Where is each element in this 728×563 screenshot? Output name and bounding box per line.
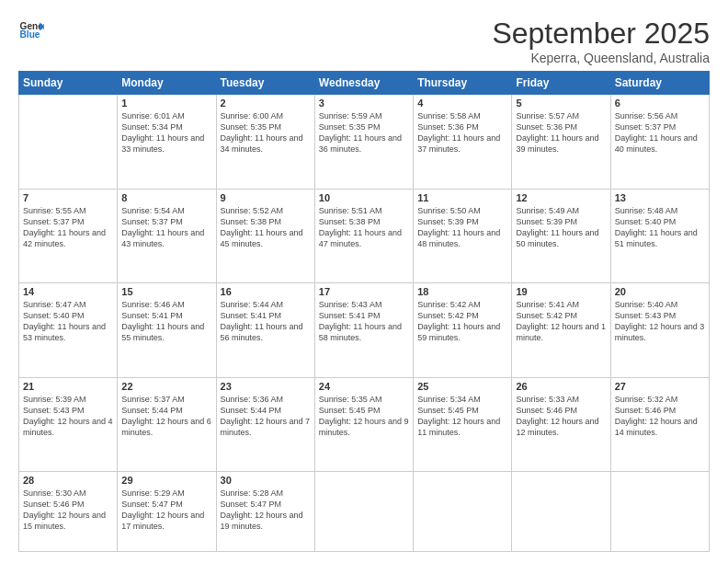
cell-info: Sunrise: 5:46 AMSunset: 5:41 PMDaylight:… [121,299,211,344]
cell-info: Sunrise: 5:47 AMSunset: 5:40 PMDaylight:… [23,299,113,344]
calendar-cell: 2Sunrise: 6:00 AMSunset: 5:35 PMDaylight… [216,95,314,190]
week-row-3: 14Sunrise: 5:47 AMSunset: 5:40 PMDayligh… [19,283,710,378]
day-number: 24 [319,381,409,392]
calendar-cell: 15Sunrise: 5:46 AMSunset: 5:41 PMDayligh… [118,283,216,378]
calendar-cell [610,472,709,552]
cell-info: Sunrise: 5:34 AMSunset: 5:45 PMDaylight:… [417,394,507,439]
day-number: 12 [516,192,606,203]
calendar-cell: 30Sunrise: 5:28 AMSunset: 5:47 PMDayligh… [216,472,314,552]
cell-info: Sunrise: 5:52 AMSunset: 5:38 PMDaylight:… [221,205,311,250]
day-number: 23 [221,381,311,392]
calendar-cell: 27Sunrise: 5:32 AMSunset: 5:46 PMDayligh… [610,377,709,472]
cell-info: Sunrise: 5:49 AMSunset: 5:39 PMDaylight:… [516,205,606,250]
weekday-header-tuesday: Tuesday [216,72,314,95]
weekday-header-saturday: Saturday [610,72,709,95]
day-number: 27 [615,381,705,392]
calendar-cell: 4Sunrise: 5:58 AMSunset: 5:36 PMDaylight… [414,95,512,190]
calendar-cell: 9Sunrise: 5:52 AMSunset: 5:38 PMDaylight… [216,189,314,283]
calendar-cell: 3Sunrise: 5:59 AMSunset: 5:35 PMDaylight… [314,95,413,190]
day-number: 7 [23,192,113,203]
calendar-cell: 13Sunrise: 5:48 AMSunset: 5:40 PMDayligh… [610,189,709,283]
cell-info: Sunrise: 5:43 AMSunset: 5:41 PMDaylight:… [319,299,409,344]
day-number: 3 [319,98,409,109]
cell-info: Sunrise: 5:50 AMSunset: 5:39 PMDaylight:… [417,205,507,250]
cell-info: Sunrise: 5:29 AMSunset: 5:47 PMDaylight:… [121,488,211,533]
cell-info: Sunrise: 5:55 AMSunset: 5:37 PMDaylight:… [23,205,113,250]
calendar-cell: 16Sunrise: 5:44 AMSunset: 5:41 PMDayligh… [216,283,314,378]
calendar-cell: 14Sunrise: 5:47 AMSunset: 5:40 PMDayligh… [19,283,118,378]
day-number: 20 [615,286,705,297]
day-number: 5 [516,98,606,109]
calendar-cell: 6Sunrise: 5:56 AMSunset: 5:37 PMDaylight… [610,95,709,190]
header: General Blue September 2025 Keperra, Que… [18,17,710,65]
day-number: 26 [516,381,606,392]
day-number: 18 [417,286,507,297]
cell-info: Sunrise: 5:58 AMSunset: 5:36 PMDaylight:… [417,110,507,155]
day-number: 16 [221,286,311,297]
calendar-cell: 12Sunrise: 5:49 AMSunset: 5:39 PMDayligh… [512,189,610,283]
day-number: 22 [121,381,211,392]
day-number: 17 [319,286,409,297]
calendar-cell: 18Sunrise: 5:42 AMSunset: 5:42 PMDayligh… [414,283,512,378]
cell-info: Sunrise: 5:57 AMSunset: 5:36 PMDaylight:… [516,110,606,155]
day-number: 29 [121,475,211,486]
day-number: 25 [417,381,507,392]
month-title: September 2025 [492,17,710,51]
calendar-cell: 5Sunrise: 5:57 AMSunset: 5:36 PMDaylight… [512,95,610,190]
day-number: 28 [23,475,113,486]
weekday-header-sunday: Sunday [19,72,118,95]
calendar-cell [314,472,413,552]
day-number: 6 [615,98,705,109]
calendar-cell: 7Sunrise: 5:55 AMSunset: 5:37 PMDaylight… [19,189,118,283]
logo-icon: General Blue [18,17,44,42]
calendar-cell: 23Sunrise: 5:36 AMSunset: 5:44 PMDayligh… [216,377,314,472]
day-number: 9 [221,192,311,203]
weekday-header-thursday: Thursday [414,72,512,95]
weekday-header-monday: Monday [118,72,216,95]
logo: General Blue [18,17,44,42]
day-number: 14 [23,286,113,297]
day-number: 10 [319,192,409,203]
calendar-cell: 1Sunrise: 6:01 AMSunset: 5:34 PMDaylight… [118,95,216,190]
week-row-5: 28Sunrise: 5:30 AMSunset: 5:46 PMDayligh… [19,472,710,552]
calendar-cell: 17Sunrise: 5:43 AMSunset: 5:41 PMDayligh… [314,283,413,378]
calendar-cell: 25Sunrise: 5:34 AMSunset: 5:45 PMDayligh… [414,377,512,472]
day-number: 19 [516,286,606,297]
cell-info: Sunrise: 6:00 AMSunset: 5:35 PMDaylight:… [221,110,311,155]
day-number: 21 [23,381,113,392]
calendar-cell [414,472,512,552]
header-row: SundayMondayTuesdayWednesdayThursdayFrid… [19,72,710,95]
calendar-cell [19,95,118,190]
calendar-cell: 26Sunrise: 5:33 AMSunset: 5:46 PMDayligh… [512,377,610,472]
week-row-2: 7Sunrise: 5:55 AMSunset: 5:37 PMDaylight… [19,189,710,283]
cell-info: Sunrise: 5:33 AMSunset: 5:46 PMDaylight:… [516,394,606,439]
location: Keperra, Queensland, Australia [492,51,710,65]
cell-info: Sunrise: 5:30 AMSunset: 5:46 PMDaylight:… [23,488,113,533]
calendar-cell: 29Sunrise: 5:29 AMSunset: 5:47 PMDayligh… [118,472,216,552]
cell-info: Sunrise: 5:39 AMSunset: 5:43 PMDaylight:… [23,394,113,439]
weekday-header-wednesday: Wednesday [314,72,413,95]
cell-info: Sunrise: 5:32 AMSunset: 5:46 PMDaylight:… [615,394,705,439]
cell-info: Sunrise: 5:59 AMSunset: 5:35 PMDaylight:… [319,110,409,155]
cell-info: Sunrise: 5:36 AMSunset: 5:44 PMDaylight:… [221,394,311,439]
calendar-cell: 24Sunrise: 5:35 AMSunset: 5:45 PMDayligh… [314,377,413,472]
calendar-cell: 22Sunrise: 5:37 AMSunset: 5:44 PMDayligh… [118,377,216,472]
cell-info: Sunrise: 5:51 AMSunset: 5:38 PMDaylight:… [319,205,409,250]
day-number: 30 [221,475,311,486]
calendar-cell: 8Sunrise: 5:54 AMSunset: 5:37 PMDaylight… [118,189,216,283]
calendar-table: SundayMondayTuesdayWednesdayThursdayFrid… [18,71,710,552]
day-number: 11 [417,192,507,203]
day-number: 1 [121,98,211,109]
calendar-cell: 21Sunrise: 5:39 AMSunset: 5:43 PMDayligh… [19,377,118,472]
day-number: 13 [615,192,705,203]
cell-info: Sunrise: 5:40 AMSunset: 5:43 PMDaylight:… [615,299,705,344]
title-block: September 2025 Keperra, Queensland, Aust… [492,17,710,65]
cell-info: Sunrise: 5:37 AMSunset: 5:44 PMDaylight:… [121,394,211,439]
calendar-cell [512,472,610,552]
day-number: 15 [121,286,211,297]
calendar-cell: 10Sunrise: 5:51 AMSunset: 5:38 PMDayligh… [314,189,413,283]
calendar-cell: 20Sunrise: 5:40 AMSunset: 5:43 PMDayligh… [610,283,709,378]
cell-info: Sunrise: 5:41 AMSunset: 5:42 PMDaylight:… [516,299,606,344]
cell-info: Sunrise: 5:35 AMSunset: 5:45 PMDaylight:… [319,394,409,439]
week-row-4: 21Sunrise: 5:39 AMSunset: 5:43 PMDayligh… [19,377,710,472]
